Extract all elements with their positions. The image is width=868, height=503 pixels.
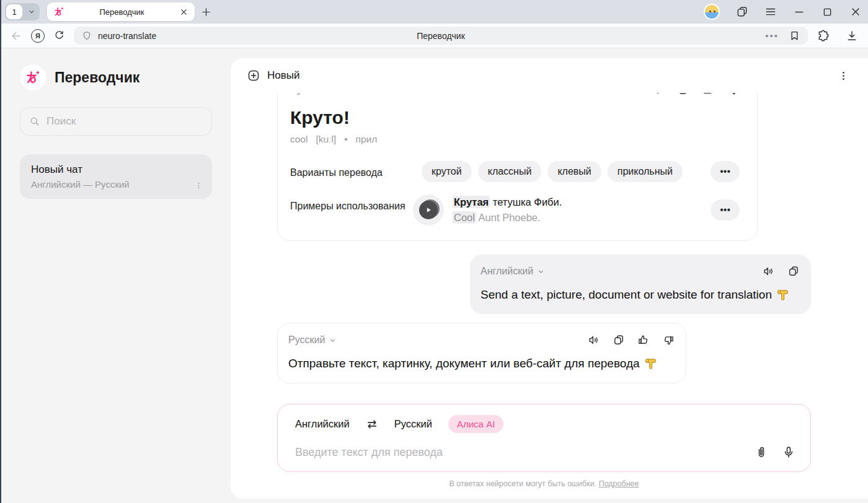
chat-item-languages: Английский — Русский (31, 179, 201, 190)
browser-addressbar: Я neuro-translate Переводчик ••• (1, 24, 868, 48)
play-icon (419, 201, 438, 219)
point-down-emoji (776, 288, 790, 302)
chat-list-item[interactable]: Новый чат Английский — Русский (20, 154, 212, 199)
disclaimer-link[interactable]: Подробнее (599, 479, 639, 488)
downloads-icon[interactable] (846, 30, 858, 42)
new-chat-button[interactable]: Новый (267, 69, 299, 82)
yandex-logo-icon[interactable]: Я (31, 29, 45, 43)
chat-item-title: Новый чат (31, 164, 201, 176)
window-minimize-button[interactable] (793, 6, 805, 18)
variant-chip[interactable]: классный (478, 161, 542, 182)
translator-logo-icon (20, 64, 46, 90)
browser-tab-active[interactable]: Переводчик (47, 2, 195, 21)
copy-icon[interactable] (613, 334, 625, 346)
tab-list-chevron-icon[interactable] (24, 3, 40, 20)
browser-menu-icon[interactable] (764, 6, 777, 18)
addressbar-page-title: Переводчик (417, 31, 465, 41)
source-word: cool (290, 134, 308, 145)
examples-label: Примеры использования (290, 195, 413, 213)
bubble-language-selector[interactable]: Русский (288, 335, 337, 346)
translation-input[interactable] (295, 446, 755, 459)
meta-bullet: • (344, 134, 347, 145)
bot-message-text: Отправьте текст, картинку, документ или … (288, 357, 640, 370)
variants-label: Варианты перевода (290, 161, 422, 180)
chat-panel-header: Новый (231, 58, 868, 93)
window-maximize-button[interactable] (822, 6, 833, 18)
panel-menu-icon[interactable] (838, 70, 849, 82)
new-tab-button[interactable] (201, 7, 211, 17)
tab-panels-icon[interactable] (736, 6, 748, 18)
back-icon[interactable] (10, 30, 22, 42)
composer: Английский Русский Алиса AI (277, 404, 811, 472)
alice-ai-badge[interactable]: Алиса AI (448, 415, 503, 433)
part-of-speech: прил (356, 134, 378, 145)
search-input[interactable] (46, 115, 203, 128)
tab-title: Переводчик (64, 7, 179, 17)
reload-icon[interactable] (53, 30, 65, 42)
sidebar: Переводчик Новый чат Английский — Русски… (1, 48, 231, 503)
example-source-text: Cool Aunt Phoebe. (453, 212, 562, 224)
attach-file-icon[interactable] (755, 445, 768, 459)
bubble-language-selector[interactable]: Английский (480, 266, 546, 277)
thumbs-up-icon[interactable] (637, 334, 650, 346)
source-language-button[interactable]: Английский (295, 418, 350, 430)
app-title: Переводчик (55, 69, 140, 86)
thumbs-down-icon[interactable] (727, 93, 740, 96)
microphone-icon[interactable] (782, 445, 795, 459)
chat-item-menu-icon[interactable] (194, 181, 203, 190)
transcription: [kuːl] (316, 134, 336, 145)
search-box[interactable] (20, 107, 212, 136)
bot-message-bubble: Русский Отправьте текст, картинку, докум… (277, 323, 686, 383)
url-field[interactable]: neuro-translate Переводчик ••• (74, 27, 808, 45)
site-security-shield-icon[interactable] (81, 30, 92, 42)
browser-tabstrip: 1 Переводчик (1, 0, 868, 24)
tab-close-icon[interactable] (179, 7, 188, 17)
more-actions-icon[interactable]: ••• (765, 30, 779, 41)
tab-count-badge: 1 (6, 4, 22, 19)
disclaimer: В ответах нейросети могут быть ошибки. П… (277, 472, 811, 488)
extensions-puzzle-icon[interactable] (817, 29, 830, 42)
point-down-emoji (644, 357, 658, 370)
translation-card: Русский Круто! cool [kuːl] (277, 93, 758, 241)
new-chat-icon[interactable] (247, 69, 260, 82)
tab-favicon (53, 6, 64, 17)
more-variants-button[interactable]: ••• (711, 161, 740, 182)
speaker-icon[interactable] (653, 93, 665, 96)
url-text: neuro-translate (98, 31, 156, 41)
target-language-button[interactable]: Русский (394, 418, 432, 430)
thumbs-up-icon[interactable] (702, 93, 715, 96)
thumbs-down-icon[interactable] (662, 334, 675, 346)
example-target-text: Крутая тетушка Фиби. (453, 196, 562, 208)
variant-chip[interactable]: клевый (547, 161, 601, 182)
more-examples-button[interactable]: ••• (711, 199, 740, 221)
copy-icon[interactable] (787, 265, 800, 278)
user-message-text: Send a text, picture, document or websit… (480, 288, 772, 302)
speaker-icon[interactable] (588, 334, 600, 346)
speaker-icon[interactable] (763, 265, 775, 278)
chat-panel: Новый Русский (231, 58, 868, 499)
window-close-button[interactable] (849, 6, 862, 18)
swap-languages-icon[interactable] (366, 418, 378, 431)
variant-chip[interactable]: прикольный (608, 161, 683, 182)
user-message-bubble: Английский Send a text, picture, documen… (470, 255, 811, 314)
card-language-selector[interactable]: Русский (290, 93, 339, 95)
copy-icon[interactable] (678, 93, 690, 96)
translation-title: Круто! (290, 107, 740, 128)
profile-avatar[interactable] (704, 4, 720, 20)
search-icon (29, 116, 40, 127)
play-example-button[interactable] (413, 195, 444, 225)
variant-chip[interactable]: крутой (422, 161, 472, 182)
tab-counter[interactable]: 1 (5, 3, 40, 20)
chat-scroll-area[interactable]: Русский Круто! cool [kuːl] (231, 93, 868, 499)
bookmark-icon[interactable] (789, 30, 800, 42)
